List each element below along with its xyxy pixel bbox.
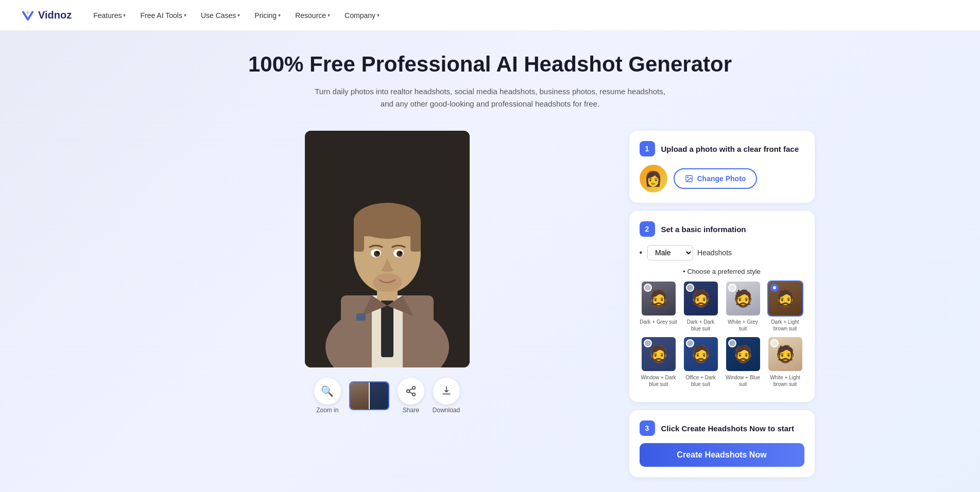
nav-features-label: Features [93, 11, 122, 20]
step2-title: Set a basic information [661, 225, 746, 234]
svg-point-13 [374, 251, 380, 257]
svg-rect-10 [410, 221, 421, 252]
style-name-6: Window + Blue suit [724, 374, 762, 388]
zoom-in-label: Zoom in [316, 407, 338, 414]
logo-icon [21, 8, 35, 23]
navbar: Vidnoz Features ▾ Free AI Tools ▾ Use Ca… [0, 0, 980, 31]
style-item-0[interactable]: 🧔 Dark + Grey suit [640, 280, 678, 332]
style-item-3[interactable]: 🧔 Dark + Light brown suit [766, 280, 804, 332]
change-photo-icon [685, 174, 693, 183]
step1-title: Upload a photo with a clear front face [661, 145, 799, 153]
left-panel: 🔍 Zoom in Share [166, 131, 609, 414]
download-icon [433, 378, 460, 405]
step3-header: 3 Click Create Headshots Now to start [640, 420, 804, 436]
step2-card: 2 Set a basic information • Male Female … [629, 211, 815, 402]
style-img-1: 🧔 [683, 280, 719, 317]
style-item-6[interactable]: 🧔 Window + Blue suit [724, 336, 762, 388]
right-panel: 1 Upload a photo with a clear front face… [629, 131, 815, 477]
change-photo-label: Change Photo [697, 174, 746, 183]
svg-point-16 [400, 252, 402, 254]
svg-point-25 [687, 177, 688, 178]
style-radio-2 [728, 284, 736, 292]
download-button[interactable]: Download [433, 378, 460, 414]
style-name-5: Office + Dark blue suit [682, 374, 720, 388]
style-radio-0 [644, 284, 652, 292]
change-photo-button[interactable]: Change Photo [674, 168, 758, 189]
svg-point-19 [412, 386, 416, 390]
hero-section: 100% Free Professional AI Headshot Gener… [0, 31, 980, 492]
style-img-7: 🧔 [767, 336, 803, 372]
upload-row: 👩 Change Photo [640, 165, 804, 192]
style-grid-row1: 🧔 Dark + Grey suit 🧔 Dark + Dark blue su… [640, 280, 804, 332]
avatar: 👩 [640, 165, 667, 192]
share-button[interactable]: Share [398, 378, 424, 414]
svg-point-20 [407, 390, 410, 393]
thumbnail-strip[interactable] [349, 381, 389, 410]
main-content: 🔍 Zoom in Share [156, 131, 825, 477]
nav-items: Features ▾ Free AI Tools ▾ Use Cases ▾ P… [87, 8, 386, 23]
download-label: Download [433, 407, 460, 414]
nav-pricing[interactable]: Pricing ▾ [248, 8, 287, 23]
style-item-4[interactable]: 🧔 Window + Dark blue suit [640, 336, 678, 388]
zoom-in-button[interactable]: 🔍 Zoom in [314, 378, 341, 414]
share-label: Share [403, 407, 419, 414]
nav-use-cases[interactable]: Use Cases ▾ [195, 8, 246, 23]
svg-point-21 [412, 393, 416, 396]
hero-title: 100% Free Professional AI Headshot Gener… [10, 51, 970, 77]
step1-number: 1 [640, 141, 655, 156]
style-img-5: 🧔 [683, 336, 719, 372]
svg-rect-18 [356, 313, 366, 321]
nav-company[interactable]: Company ▾ [338, 8, 386, 23]
gender-select[interactable]: Male Female [647, 245, 693, 260]
style-img-2: 🧔 [725, 280, 761, 317]
svg-point-15 [377, 252, 379, 254]
style-img-4: 🧔 [641, 336, 677, 372]
step3-card: 3 Click Create Headshots Now to start Cr… [629, 410, 815, 477]
logo-text: Vidnoz [38, 9, 72, 21]
style-radio-5 [686, 339, 694, 347]
chevron-down-icon: ▾ [377, 12, 380, 18]
style-grid-row2: 🧔 Window + Dark blue suit 🧔 Office + Dar… [640, 336, 804, 388]
create-headshots-button[interactable]: Create Headshots Now [640, 443, 804, 467]
logo[interactable]: Vidnoz [21, 8, 72, 23]
bullet-icon: • [640, 248, 643, 257]
nav-free-ai-tools[interactable]: Free AI Tools ▾ [134, 8, 192, 23]
image-controls: 🔍 Zoom in Share [314, 378, 460, 414]
step3-title: Click Create Headshots Now to start [661, 424, 794, 433]
generated-headshot-image [305, 131, 470, 367]
headshots-label: Headshots [697, 249, 732, 257]
avatar-image: 👩 [644, 170, 662, 187]
style-name-2: White + Grey suit [724, 319, 762, 332]
nav-resource[interactable]: Resource ▾ [289, 8, 336, 23]
style-radio-1 [686, 284, 694, 292]
main-image-container [305, 131, 470, 367]
style-radio-6 [728, 339, 736, 347]
style-item-2[interactable]: 🧔 White + Grey suit [724, 280, 762, 332]
style-radio-7 [770, 339, 779, 347]
chevron-down-icon: ▾ [278, 12, 281, 18]
style-item-5[interactable]: 🧔 Office + Dark blue suit [682, 336, 720, 388]
chevron-down-icon: ▾ [328, 12, 330, 18]
step1-header: 1 Upload a photo with a clear front face [640, 141, 804, 156]
svg-point-17 [373, 273, 402, 292]
nav-resource-label: Resource [295, 11, 326, 20]
style-name-1: Dark + Dark blue suit [682, 319, 720, 332]
style-item-1[interactable]: 🧔 Dark + Dark blue suit [682, 280, 720, 332]
svg-line-23 [409, 389, 412, 391]
share-icon [398, 378, 424, 405]
svg-line-22 [409, 392, 412, 394]
step2-header: 2 Set a basic information [640, 221, 804, 237]
chevron-down-icon: ▾ [123, 12, 126, 18]
zoom-in-icon: 🔍 [314, 378, 341, 405]
headshot-svg [305, 131, 470, 367]
style-img-3: 🧔 [767, 280, 803, 317]
style-img-0: 🧔 [641, 280, 677, 317]
style-item-7[interactable]: 🧔 White + Light brown suit [766, 336, 804, 388]
style-name-4: Window + Dark blue suit [640, 374, 678, 388]
svg-point-14 [397, 251, 403, 257]
style-section-label: • Choose a preferred style [640, 268, 804, 275]
nav-use-cases-label: Use Cases [201, 11, 236, 20]
chevron-down-icon: ▾ [237, 12, 240, 18]
nav-features[interactable]: Features ▾ [87, 8, 132, 23]
style-name-3: Dark + Light brown suit [766, 319, 804, 332]
